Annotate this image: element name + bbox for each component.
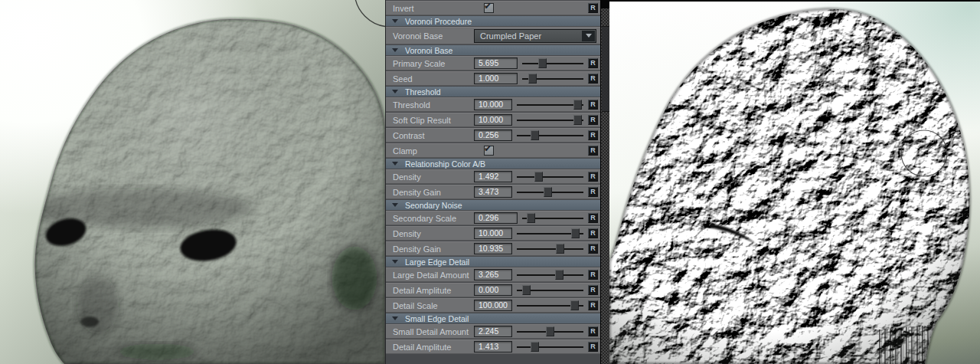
value-field[interactable]: 3.473 [474, 186, 512, 198]
value-field[interactable]: 1.413 [474, 341, 512, 353]
param-row-voronoi-base: Voronoi BaseCrumpled Paper [386, 27, 600, 44]
slider[interactable] [517, 340, 583, 353]
nostril-shadow [80, 316, 99, 327]
value-field[interactable]: 10.000 [474, 228, 512, 239]
section-header-threshold[interactable]: Threshold [386, 87, 600, 97]
value-field[interactable]: 10.000 [474, 114, 512, 126]
reset-button[interactable]: R [588, 213, 598, 223]
reset-button[interactable]: R [588, 285, 598, 295]
slider-handle[interactable] [573, 115, 582, 125]
slider[interactable] [517, 185, 583, 198]
value-field[interactable]: 1.000 [474, 73, 518, 84]
section-header-voronoi-base-2[interactable]: Voronoi Base [386, 45, 600, 55]
param-label: Invert [393, 4, 474, 13]
value-field[interactable]: 10.000 [474, 99, 512, 110]
slider-handle[interactable] [546, 326, 554, 336]
slider-handle[interactable] [531, 342, 539, 352]
slider[interactable] [517, 113, 583, 126]
reset-button[interactable]: R [588, 187, 598, 197]
section-label: Voronoi Base [405, 46, 452, 55]
collapse-triangle-icon [392, 162, 398, 166]
reset-button[interactable]: R [588, 130, 598, 140]
slider-handle[interactable] [538, 58, 547, 68]
slider[interactable] [522, 212, 583, 225]
slider-handle[interactable] [556, 244, 564, 254]
reset-button[interactable]: R [588, 100, 598, 110]
scrollbar-handle[interactable] [602, 26, 609, 112]
param-row-density: Density1.492R [386, 169, 600, 184]
value-field[interactable]: 2.245 [474, 326, 512, 337]
value-field[interactable]: 5.695 [474, 57, 518, 69]
viewport-left[interactable] [0, 0, 385, 364]
panel-scrollbar[interactable] [600, 0, 609, 364]
section-header-small-edge-detail[interactable]: Small Edge Detail [386, 313, 600, 323]
reset-button[interactable]: R [588, 244, 598, 254]
slider[interactable] [522, 57, 583, 70]
param-row-seed: Seed1.000R [386, 71, 600, 86]
reset-button[interactable]: R [588, 58, 598, 68]
value-field[interactable]: 3.265 [474, 269, 512, 280]
slider-handle[interactable] [555, 270, 564, 280]
voronoi-base-dropdown[interactable]: Crumpled Paper [474, 29, 596, 43]
value-field[interactable]: 1.492 [474, 171, 512, 182]
section-label: Relationship Color A/B [405, 159, 485, 169]
scrollbar-top-cap [601, 0, 609, 8]
section-header-voronoi-procedure[interactable]: Voronoi Procedure [386, 16, 600, 26]
slider[interactable] [517, 227, 583, 240]
reset-button[interactable]: R [588, 172, 598, 182]
slider-handle[interactable] [528, 74, 537, 84]
collapse-triangle-icon [392, 90, 398, 93]
slider-handle[interactable] [534, 172, 543, 182]
checkbox[interactable]: ✔ [484, 3, 494, 13]
section-header-large-edge-detail[interactable]: Large Edge Detail [386, 257, 600, 267]
reset-button[interactable]: R [588, 115, 598, 125]
reset-button[interactable]: R [588, 146, 598, 156]
param-label: Large Detail Amount [393, 271, 474, 280]
reset-button[interactable]: R [588, 3, 598, 13]
slider[interactable] [517, 299, 583, 312]
value-field[interactable]: 10.935 [474, 243, 512, 254]
slider-track [517, 274, 583, 276]
viewport-right[interactable] [609, 0, 980, 364]
param-row-detail-scale: Detail Scale100.000R [386, 298, 600, 313]
reset-button[interactable]: R [588, 74, 598, 84]
slider-handle[interactable] [544, 187, 552, 197]
section-header-seondary-noise[interactable]: Seondary Noise [386, 200, 600, 210]
slider[interactable] [517, 170, 583, 183]
reset-button[interactable]: R [588, 228, 598, 238]
slider[interactable] [517, 268, 583, 281]
param-row-density-gain-2: Density Gain10.935R [386, 241, 600, 256]
reset-button[interactable]: R [588, 342, 598, 352]
slider[interactable] [517, 98, 583, 111]
value-field[interactable]: 0.296 [474, 212, 518, 224]
param-label: Density Gain [393, 244, 474, 254]
slider-handle[interactable] [573, 100, 582, 110]
param-row-detail-amplitute: Detail Amplitute0.000R [386, 283, 600, 297]
section-label: Seondary Noise [405, 201, 462, 210]
section-header-relationship-color-a-b[interactable]: Relationship Color A/B [386, 159, 600, 169]
slider[interactable] [522, 72, 583, 85]
slider-handle[interactable] [531, 130, 539, 140]
slider-track [522, 63, 583, 64]
checkbox[interactable]: ✔ [484, 146, 494, 156]
reset-button[interactable]: R [588, 300, 598, 310]
slider-handle[interactable] [527, 213, 535, 223]
slider-handle[interactable] [571, 228, 580, 238]
value-field[interactable]: 0.000 [474, 284, 512, 296]
param-label: Detail Amplitute [393, 286, 474, 295]
checkmark-icon: ✔ [484, 143, 492, 154]
collapse-triangle-icon [392, 260, 398, 264]
slider[interactable] [517, 242, 583, 255]
slider[interactable] [517, 325, 583, 338]
chevron-down-icon[interactable] [582, 31, 595, 41]
texture-preview-head-render [609, 0, 980, 364]
value-field[interactable]: 100.000 [474, 300, 512, 311]
param-row-detail-amplitute-2: Detail Amplitute1.413R [386, 339, 600, 354]
value-field[interactable]: 0.256 [474, 130, 512, 141]
slider-handle[interactable] [570, 300, 579, 310]
reset-button[interactable]: R [588, 326, 598, 336]
slider-handle[interactable] [522, 285, 531, 295]
slider[interactable] [517, 129, 583, 142]
reset-button[interactable]: R [588, 270, 598, 280]
slider[interactable] [517, 284, 583, 297]
